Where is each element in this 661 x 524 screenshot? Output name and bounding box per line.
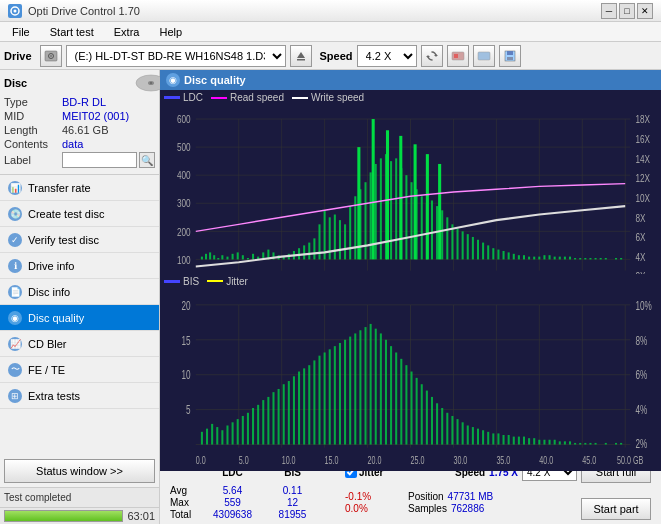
svg-text:25.0: 25.0: [411, 454, 425, 466]
jitter-values: -0.1% 0.0%: [345, 491, 400, 514]
svg-rect-193: [237, 419, 239, 444]
svg-rect-227: [411, 371, 413, 444]
svg-rect-101: [405, 175, 407, 259]
read-speed-legend-label: Read speed: [230, 92, 284, 103]
minimize-button[interactable]: ─: [601, 3, 617, 19]
svg-rect-201: [278, 388, 280, 444]
svg-rect-13: [507, 51, 513, 55]
save-button[interactable]: [499, 45, 521, 67]
svg-rect-89: [344, 224, 346, 259]
status-window-button[interactable]: Status window >>: [4, 459, 155, 483]
refresh-button[interactable]: [421, 45, 443, 67]
svg-rect-206: [303, 368, 305, 444]
nav-disc-info[interactable]: 📄 Disc info: [0, 279, 159, 305]
chart1-svg: 600 500 400 300 200 100 18X 16X 14X 12X …: [160, 105, 661, 288]
svg-text:18X: 18X: [635, 113, 650, 126]
svg-text:5.0: 5.0: [239, 454, 249, 466]
right-content: ◉ Disc quality LDC Read speed: [160, 70, 661, 524]
svg-rect-230: [426, 390, 428, 444]
mid-value: MEIT02 (001): [62, 110, 129, 122]
svg-rect-246: [508, 435, 510, 445]
svg-rect-112: [462, 231, 464, 259]
speed-select[interactable]: 4.2 X: [357, 45, 417, 67]
svg-text:10.0: 10.0: [282, 454, 296, 466]
svg-rect-135: [579, 258, 581, 259]
start-part-button[interactable]: Start part: [581, 498, 651, 520]
svg-text:10X: 10X: [635, 192, 650, 205]
svg-text:4%: 4%: [635, 402, 647, 416]
total-label: Total: [170, 509, 200, 520]
disc-header: Disc: [4, 74, 155, 92]
eject-button[interactable]: [290, 45, 312, 67]
label-input[interactable]: [62, 152, 137, 168]
drive-select[interactable]: (E:) HL-DT-ST BD-RE WH16NS48 1.D3: [66, 45, 286, 67]
svg-rect-265: [605, 442, 607, 444]
svg-rect-229: [421, 384, 423, 444]
svg-rect-94: [370, 172, 372, 259]
svg-rect-65: [221, 255, 223, 259]
svg-rect-95: [375, 164, 377, 259]
nav-extra-tests[interactable]: ⊞ Extra tests: [0, 383, 159, 409]
svg-rect-87: [334, 215, 336, 260]
close-button[interactable]: ✕: [637, 3, 653, 19]
menubar: File Start test Extra Help: [0, 22, 661, 42]
svg-text:300: 300: [177, 197, 191, 210]
jitter-max: 0.0%: [345, 503, 400, 514]
svg-rect-10: [454, 54, 458, 58]
svg-text:6%: 6%: [635, 367, 647, 381]
panel-header: ◉ Disc quality: [160, 70, 661, 90]
app-icon: [8, 4, 22, 18]
panel-icon: ◉: [166, 73, 180, 87]
nav-fe-te[interactable]: 〜 FE / TE: [0, 357, 159, 383]
label-search-button[interactable]: 🔍: [139, 152, 155, 168]
menu-extra[interactable]: Extra: [106, 24, 148, 40]
nav-verify-test-disc[interactable]: ✓ Verify test disc: [0, 227, 159, 253]
svg-rect-200: [272, 392, 274, 444]
cd-bler-icon: 📈: [8, 337, 22, 351]
svg-rect-150: [438, 164, 441, 259]
ldc-chart: LDC Read speed Write speed: [160, 90, 661, 274]
contents-label: Contents: [4, 138, 62, 150]
nav-cd-bler[interactable]: 📈 CD Bler: [0, 331, 159, 357]
svg-rect-204: [293, 376, 295, 444]
svg-text:2%: 2%: [635, 435, 647, 449]
svg-rect-144: [357, 147, 360, 259]
svg-rect-198: [262, 400, 264, 444]
svg-rect-262: [589, 442, 591, 444]
menu-help[interactable]: Help: [151, 24, 190, 40]
nav-create-test-disc[interactable]: 💿 Create test disc: [0, 201, 159, 227]
svg-rect-207: [308, 365, 310, 444]
maximize-button[interactable]: □: [619, 3, 635, 19]
svg-rect-192: [232, 422, 234, 444]
svg-marker-5: [297, 52, 305, 58]
progress-fill: [5, 511, 122, 521]
svg-rect-187: [206, 428, 208, 444]
nav-disc-quality[interactable]: ◉ Disc quality: [0, 305, 159, 331]
disc-contents-field: Contents data: [4, 138, 155, 150]
svg-rect-81: [303, 245, 305, 259]
svg-rect-136: [584, 258, 586, 259]
svg-text:35.0: 35.0: [496, 454, 510, 466]
menu-file[interactable]: File: [4, 24, 38, 40]
svg-rect-202: [283, 384, 285, 444]
svg-rect-83: [313, 238, 315, 259]
svg-rect-253: [543, 439, 545, 444]
menu-start-test[interactable]: Start test: [42, 24, 102, 40]
svg-rect-6: [297, 59, 305, 61]
tool2-button[interactable]: [473, 45, 495, 67]
svg-rect-223: [390, 346, 392, 444]
svg-rect-208: [313, 360, 315, 444]
svg-rect-239: [472, 427, 474, 444]
max-label: Max: [170, 497, 200, 508]
svg-rect-145: [372, 119, 375, 259]
svg-rect-93: [364, 182, 366, 259]
nav-drive-info[interactable]: ℹ Drive info: [0, 253, 159, 279]
svg-rect-14: [507, 57, 513, 60]
svg-rect-70: [247, 258, 249, 259]
nav-transfer-rate[interactable]: 📊 Transfer rate: [0, 175, 159, 201]
svg-text:4X: 4X: [635, 251, 645, 264]
svg-rect-214: [344, 339, 346, 444]
tool1-button[interactable]: [447, 45, 469, 67]
progress-time: 63:01: [127, 510, 155, 522]
svg-rect-252: [538, 439, 540, 444]
